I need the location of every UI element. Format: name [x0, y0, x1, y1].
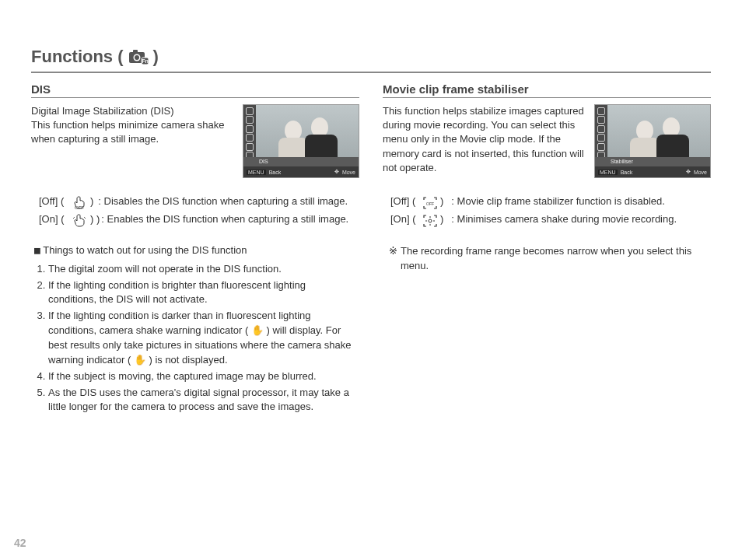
dis-notes-list: The digital zoom will not operate in the… — [48, 262, 359, 415]
note-item: If the lighting condition is brighter th… — [48, 278, 359, 308]
dis-on-desc: : Enables the DIS function when capturin… — [101, 210, 348, 228]
square-marker: ■ — [34, 244, 40, 256]
svg-point-8 — [429, 219, 432, 222]
note-item: If the lighting condition is darker than… — [48, 309, 359, 367]
page-title: Functions ( Fn ) — [31, 47, 711, 73]
stabiliser-options: [Off] ( OFF ) : Movie clip frame stabili… — [390, 192, 711, 229]
screenshot-back: Back — [621, 170, 633, 175]
dis-options: [Off] ( OFF ) : Disables the DIS functio… — [39, 192, 359, 229]
page-number: 42 — [14, 537, 26, 549]
stabiliser-intro: This function helps stabilize images cap… — [383, 104, 586, 175]
dis-screenshot: DIS MENUBack ✥Move — [243, 104, 359, 178]
reference-mark: ※ — [389, 244, 397, 274]
screenshot-menu: MENU — [598, 170, 618, 175]
nav-icon: ✥ — [334, 169, 339, 175]
things-heading: ■ Things to watch out for using the DIS … — [34, 244, 359, 256]
hand-off-icon: OFF — [72, 196, 87, 210]
camera-fn-icon: Fn — [128, 49, 149, 65]
svg-point-3 — [135, 55, 139, 60]
stab-on-desc: : Minimises camera shake during movie re… — [451, 210, 677, 228]
dis-option-off: [Off] ( OFF ) : Disables the DIS functio… — [39, 192, 359, 210]
dis-option-on: [On] ( ) ) : Enables the DIS function wh… — [39, 210, 359, 228]
stabiliser-note: ※ The recording frame range becomes narr… — [389, 244, 711, 274]
dis-off-desc: : Disables the DIS function when capturi… — [98, 192, 348, 210]
frame-on-icon — [423, 215, 437, 227]
screenshot-back: Back — [269, 170, 282, 175]
screenshot-label: DIS — [243, 157, 359, 166]
screenshot-move: Move — [342, 170, 355, 175]
screenshot-label: Stabiliser — [595, 157, 710, 166]
stab-option-on: [On] ( ) : Minimises camera shake during… — [390, 210, 711, 228]
title-prefix: Functions ( — [31, 47, 124, 67]
screenshot-menu: MENU — [247, 170, 266, 175]
note-item: As the DIS uses the camera's digital sig… — [48, 386, 359, 415]
title-suffix: ) — [153, 47, 159, 67]
note-item: The digital zoom will not operate in the… — [48, 262, 359, 277]
right-column: Movie clip frame stabiliser This functio… — [383, 82, 711, 416]
note-item: If the subject is moving, the captured i… — [48, 369, 359, 384]
stab-off-desc: : Movie clip frame stabilizer function i… — [451, 192, 665, 210]
nav-icon: ✥ — [686, 169, 691, 175]
svg-text:OFF: OFF — [426, 201, 434, 206]
dis-intro: Digital Image Stabilization (DIS) This f… — [31, 104, 235, 147]
svg-rect-1 — [133, 50, 138, 53]
dis-heading: DIS — [31, 82, 359, 98]
stabiliser-heading: Movie clip frame stabiliser — [383, 82, 711, 98]
frame-off-icon: OFF — [423, 197, 437, 209]
stab-option-off: [Off] ( OFF ) : Movie clip frame stabili… — [390, 192, 711, 210]
hand-on-icon — [72, 214, 87, 228]
stabiliser-screenshot: Stabiliser MENUBack ✥Move — [594, 104, 711, 178]
svg-text:OFF: OFF — [75, 205, 84, 210]
svg-text:Fn: Fn — [142, 58, 149, 64]
left-column: DIS Digital Image Stabilization (DIS) Th… — [31, 82, 359, 416]
screenshot-move: Move — [694, 170, 707, 175]
